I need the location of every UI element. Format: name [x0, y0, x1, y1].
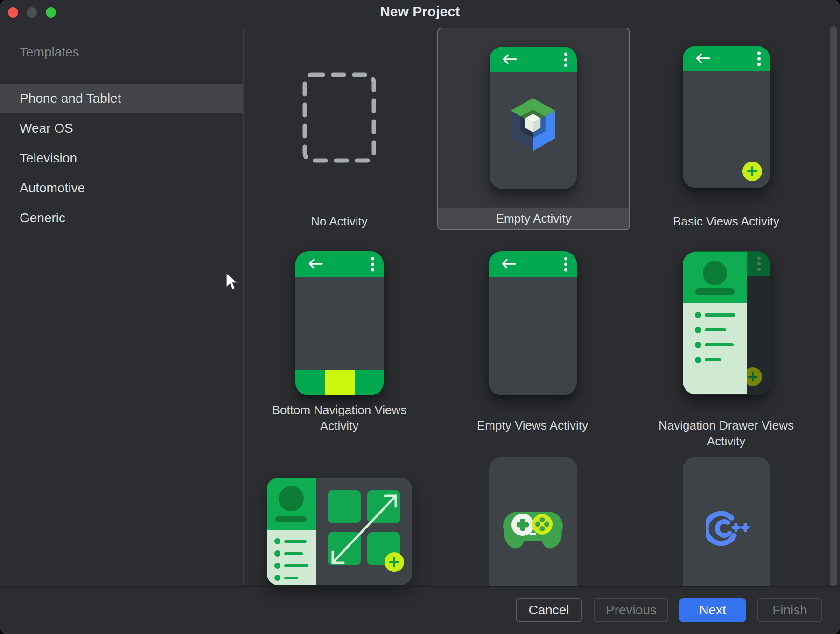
sidebar-item-television[interactable]: Television	[0, 143, 243, 173]
back-arrow-icon	[502, 54, 518, 65]
nav-drawer-panel	[683, 252, 747, 394]
sidebar-item-generic[interactable]: Generic	[0, 203, 243, 233]
fab-plus-icon	[742, 162, 762, 181]
next-button[interactable]: Next	[679, 598, 746, 622]
template-card-responsive-views[interactable]	[267, 478, 412, 585]
sidebar-divider	[243, 27, 244, 586]
template-empty-activity-label: Empty Activity	[438, 208, 629, 229]
drawer-item-bullet	[695, 312, 701, 318]
avatar	[703, 261, 727, 285]
back-arrow-icon	[308, 258, 323, 269]
drawer-item-bullet	[274, 550, 280, 557]
dashed-placeholder-icon[interactable]	[302, 72, 377, 163]
cpp-logo-icon	[706, 506, 762, 551]
drawer-header	[683, 252, 747, 303]
app-bar	[295, 251, 384, 277]
template-basic-views-label[interactable]: Basic Views Activity	[656, 213, 796, 229]
mouse-cursor	[225, 272, 241, 293]
vertical-scrollbar[interactable]	[830, 26, 837, 586]
template-empty-views-label[interactable]: Empty Views Activity	[462, 417, 602, 433]
game-controller-icon	[500, 508, 566, 550]
drawer-item-line	[284, 552, 303, 555]
drawer-item-line	[705, 313, 735, 317]
drawer-item-bullet	[274, 538, 280, 544]
template-bottom-nav-label[interactable]: Bottom Navigation Views Activity	[269, 402, 409, 434]
template-card-navigation-drawer[interactable]	[683, 251, 770, 395]
sidebar-item-phone-and-tablet[interactable]: Phone and Tablet	[0, 84, 243, 113]
app-bar	[489, 251, 577, 277]
template-card-bottom-navigation[interactable]	[295, 251, 384, 395]
back-arrow-icon	[695, 53, 711, 64]
avatar	[279, 486, 304, 511]
finish-button[interactable]: Finish	[757, 598, 822, 622]
overflow-menu-icon	[757, 51, 761, 66]
overflow-menu-icon	[757, 257, 761, 271]
cancel-button[interactable]: Cancel	[516, 598, 582, 622]
avatar-name-bar	[275, 516, 307, 522]
drawer-item-bullet	[695, 357, 701, 363]
template-card-empty-activity[interactable]: Empty Activity	[437, 28, 630, 230]
app-bar	[683, 46, 770, 71]
drawer-item-bullet	[274, 575, 280, 581]
template-card-basic-views-activity[interactable]	[683, 46, 770, 188]
drawer-item-line	[705, 358, 721, 361]
template-no-activity-label[interactable]: No Activity	[269, 213, 409, 229]
drawer-item-bullet	[695, 327, 701, 333]
sidebar-item-wear-os[interactable]: Wear OS	[0, 113, 243, 143]
template-card-game-activity[interactable]	[489, 457, 577, 586]
drawer-item-bullet	[274, 563, 280, 569]
previous-button[interactable]: Previous	[594, 598, 668, 622]
overflow-menu-icon	[564, 257, 567, 271]
phone-mockup	[490, 47, 577, 189]
fab-plus-icon	[385, 552, 404, 572]
dialog-title: New Project	[0, 4, 840, 20]
sidebar-item-automotive[interactable]: Automotive	[0, 173, 243, 203]
avatar-name-bar	[695, 288, 735, 295]
template-card-empty-views[interactable]	[489, 251, 577, 395]
drawer-item-line	[705, 328, 726, 331]
back-arrow-icon	[501, 258, 517, 269]
templates-header: Templates	[20, 45, 79, 60]
app-bar	[490, 47, 577, 72]
drawer-item-bullet	[695, 342, 701, 348]
template-card-native-cpp[interactable]	[683, 457, 770, 586]
bottom-nav-bar	[295, 370, 384, 395]
template-nav-drawer-label[interactable]: Navigation Drawer Views Activity	[656, 417, 796, 449]
drawer-item-line	[284, 540, 307, 543]
drawer-item-line	[284, 577, 298, 579]
jetpack-compose-logo-icon	[506, 96, 560, 153]
new-project-dialog: New Project Templates Phone and Tablet W…	[0, 0, 840, 634]
footer-divider	[0, 586, 840, 587]
overflow-menu-icon	[371, 257, 374, 271]
drawer-item-line	[284, 564, 308, 567]
overflow-menu-icon	[564, 52, 567, 67]
drawer-item-line	[705, 343, 734, 346]
